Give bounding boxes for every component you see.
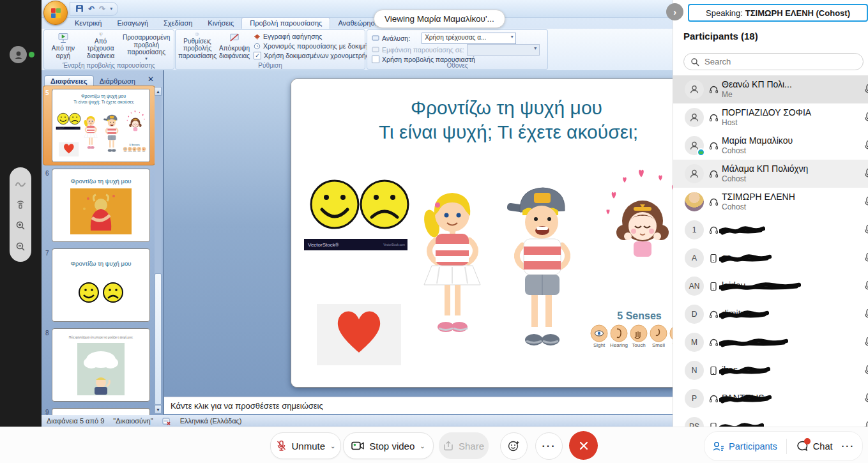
- from-beginning-button[interactable]: Από την αρχή: [45, 31, 81, 61]
- slides-thumbnail-panel: Διαφάνειες Διάρθρωση ✕ 5 6 Φροντίζω τη ψ…: [42, 70, 164, 415]
- leave-meeting-button[interactable]: [569, 431, 598, 460]
- app-avatar[interactable]: [10, 46, 27, 63]
- chat-toggle-button[interactable]: Chat: [796, 440, 833, 452]
- notes-pane[interactable]: Κάντε κλικ για να προσθέσετε σημειώσεις: [164, 396, 673, 414]
- scroll-down-icon[interactable]: ▼: [155, 405, 162, 414]
- participant-role: Cohost: [722, 202, 795, 212]
- participant-row[interactable]: PPANTELIS: [673, 384, 868, 413]
- tab-slides[interactable]: Διαφάνειες: [44, 75, 94, 86]
- mic-status-icon[interactable]: [863, 365, 868, 376]
- slide-thumbnail-8[interactable]: Πώς φαντάζομαι ότι μπορεί να μοιάζει η ψ…: [52, 328, 150, 402]
- participant-row[interactable]: Nikos: [673, 356, 868, 384]
- avatar: D: [685, 305, 704, 324]
- mic-status-icon[interactable]: [863, 196, 868, 208]
- participant-row[interactable]: 1: [673, 216, 868, 244]
- video-options-caret[interactable]: ⌄: [420, 443, 425, 450]
- use-timings-checkbox[interactable]: ✓ Χρήση δοκιμασμένων χρονομετρήσεων: [254, 52, 381, 59]
- headset-icon: [709, 85, 719, 95]
- office-button[interactable]: [43, 1, 68, 25]
- participant-name: Θεανώ ΚΠ Πολι...: [722, 79, 792, 91]
- slide-thumbnail-6[interactable]: Φροντίζω τη ψυχή μου: [52, 169, 150, 242]
- participant-row[interactable]: ANlaidou: [673, 272, 868, 300]
- mic-status-icon[interactable]: [863, 280, 868, 292]
- mic-status-icon[interactable]: [863, 112, 868, 123]
- redo-icon[interactable]: ↷: [99, 5, 105, 13]
- mic-status-icon[interactable]: [863, 140, 868, 151]
- ribbon-tab-3[interactable]: Κινήσεις: [200, 18, 241, 29]
- participants-search[interactable]: [683, 53, 864, 70]
- participant-name: Μαρία Μαμαλίκου: [722, 135, 793, 147]
- slide-thumbnail-7[interactable]: Φροντίζω τη ψυχή μου: [52, 248, 150, 322]
- mic-status-icon[interactable]: [863, 421, 868, 427]
- qat-dropdown-icon[interactable]: ▾: [110, 6, 112, 11]
- zoom-in-icon[interactable]: [13, 218, 27, 232]
- mic-status-icon[interactable]: [863, 308, 868, 320]
- thumbnails-scrollbar[interactable]: ▲ ▼: [155, 87, 162, 414]
- resolution-label: Ανάλυση:: [382, 34, 410, 42]
- spellcheck-icon[interactable]: [162, 417, 171, 425]
- participant-row[interactable]: Aos: [673, 244, 868, 272]
- more-panels-button[interactable]: ···: [842, 441, 855, 452]
- reactions-button[interactable]: [500, 432, 528, 460]
- participant-row[interactable]: Μάλαμα ΚΠ ΠολιόχνηCohost: [673, 160, 868, 188]
- laser-pointer-icon[interactable]: [13, 197, 27, 211]
- hide-slide-button[interactable]: Απόκρυψη διαφάνειας: [218, 31, 251, 61]
- status-language[interactable]: Ελληνικά (Ελλάδας): [180, 417, 242, 425]
- redaction-scribble: [719, 253, 772, 264]
- participant-row[interactable]: Θεανώ ΚΠ Πολι...Me: [673, 75, 868, 103]
- mic-muted-icon: [276, 440, 287, 452]
- participants-toggle-button[interactable]: Participants: [712, 441, 777, 452]
- slide-thumbnail-5[interactable]: [52, 89, 150, 162]
- pen-annotate-icon[interactable]: [13, 176, 27, 190]
- undo-icon[interactable]: ↶: [88, 5, 95, 13]
- custom-slideshow-button[interactable]: Προσαρμοσμένη προβολή παρουσίασης ▾: [120, 31, 172, 61]
- phone-icon: [710, 254, 717, 263]
- zoom-out-icon[interactable]: [13, 239, 27, 254]
- ribbon-tab-1[interactable]: Εισαγωγή: [109, 18, 156, 29]
- from-current-slide-button[interactable]: Από τρέχουσα διαφάνεια: [81, 31, 120, 61]
- participant-row[interactable]: PS: [673, 413, 868, 427]
- unmute-options-caret[interactable]: ⌄: [330, 443, 335, 450]
- tab-outline[interactable]: Διάρθρωση: [94, 76, 141, 86]
- setup-slideshow-button[interactable]: Ρυθμίσεις προβολής παρουσίασης: [177, 31, 218, 61]
- ribbon-tab-4[interactable]: Προβολή παρουσίασης: [241, 17, 330, 29]
- save-icon[interactable]: [75, 4, 84, 14]
- mic-status-icon[interactable]: [863, 337, 868, 348]
- more-options-button[interactable]: ···: [535, 432, 563, 460]
- participant-row[interactable]: Ddimitra: [673, 300, 868, 328]
- resolution-dropdown[interactable]: Χρήση τρέχουσας α...▼: [422, 33, 516, 44]
- headset-icon: [709, 169, 719, 179]
- mic-status-icon[interactable]: [863, 393, 868, 404]
- scroll-up-icon[interactable]: ▲: [155, 87, 162, 96]
- unmute-button[interactable]: Unmute ⌄: [270, 432, 341, 459]
- rehearse-timings-option[interactable]: Χρονισμός παρουσίασης με δοκιμή: [254, 42, 381, 50]
- close-panel-icon[interactable]: ✕: [148, 75, 154, 84]
- record-narration-option[interactable]: Εγγραφή αφήγησης: [254, 33, 381, 40]
- dropdown-caret: ▾: [145, 56, 148, 61]
- participant-row[interactable]: Μαρία ΜαμαλίκουCohost: [673, 132, 868, 160]
- mic-status-icon[interactable]: [863, 252, 868, 264]
- person-icon: [13, 50, 24, 60]
- checkbox-checked: ✓: [254, 52, 261, 59]
- ribbon-tab-2[interactable]: Σχεδίαση: [156, 18, 200, 29]
- slide-canvas[interactable]: [291, 79, 673, 388]
- clock-icon: [254, 43, 261, 50]
- collapse-panel-button[interactable]: ›: [666, 3, 683, 20]
- avatar-initials: 1: [692, 225, 697, 234]
- participant-row[interactable]: ΤΣΙΜΩΡΗ ΕΛΕΝΗCohost: [673, 188, 868, 216]
- participant-row[interactable]: M: [673, 328, 868, 356]
- sharing-badge: [697, 148, 705, 156]
- divider: [786, 439, 787, 454]
- avatar: N: [685, 361, 704, 380]
- mic-status-icon[interactable]: [863, 84, 868, 95]
- mic-status-icon[interactable]: [863, 224, 868, 236]
- ribbon-tab-0[interactable]: Κεντρική: [67, 18, 109, 29]
- left-rail: [0, 0, 42, 427]
- search-input[interactable]: [703, 56, 834, 67]
- avatar: M: [685, 333, 704, 352]
- group-label: Ρύθμιση: [176, 62, 365, 69]
- scrollbar-thumb[interactable]: [155, 273, 162, 405]
- stop-video-button[interactable]: Stop video ⌄: [343, 432, 434, 459]
- mic-status-icon[interactable]: [863, 168, 868, 179]
- participant-row[interactable]: ΠΟΡΓΙΑΖΙΔΟΥ ΣΟΦΙΑHost: [673, 103, 868, 132]
